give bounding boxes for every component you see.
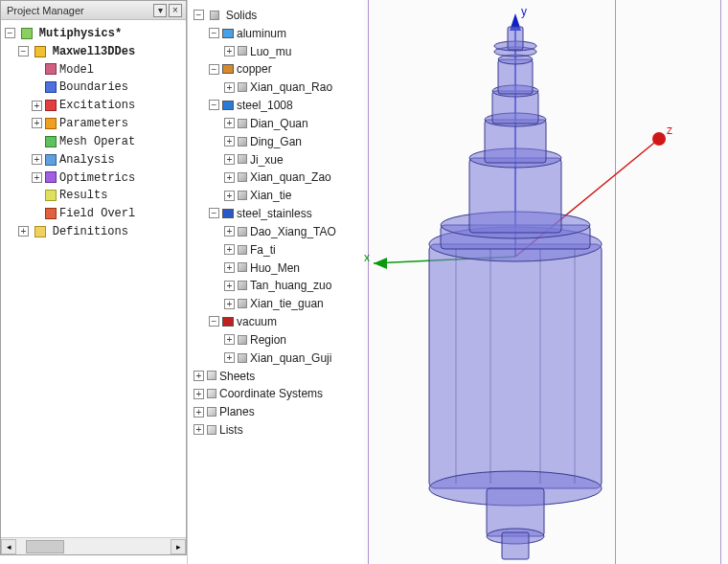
tree-toggle[interactable]: + (193, 389, 204, 399)
viewport-svg: z x y (364, 0, 728, 564)
tree-toggle[interactable]: + (32, 118, 42, 128)
project-icon (21, 28, 33, 39)
material-label[interactable]: vacuum (237, 315, 277, 328)
parameters-icon (45, 118, 57, 129)
boundaries-icon (45, 81, 57, 93)
panel-pin-button[interactable]: ▾ (153, 4, 167, 17)
part-label[interactable]: Xian_quan_Zao (250, 170, 331, 184)
scroll-left-button[interactable]: ◂ (1, 539, 16, 554)
part-icon (238, 191, 247, 200)
project-tree[interactable]: − Mutiphysics* − Maxwell3DDes Model Boun… (1, 20, 186, 537)
tree-item[interactable]: Analysis (59, 153, 115, 167)
tree-item[interactable]: Model (59, 62, 94, 76)
analysis-icon (45, 154, 57, 166)
tree-item[interactable]: Boundaries (59, 80, 128, 94)
part-label[interactable]: Xian_quan_Guji (250, 351, 331, 365)
tree-toggle[interactable]: − (209, 316, 219, 327)
part-icon (238, 281, 247, 290)
category-label[interactable]: Coordinate Systems (219, 387, 323, 400)
tree-toggle[interactable]: + (224, 118, 235, 128)
tree-toggle[interactable]: + (224, 262, 235, 273)
tree-item[interactable]: Mesh Operat (59, 135, 135, 148)
part-label[interactable]: Ji_xue (250, 152, 284, 166)
model-tree-panel: − Solids −aluminum+Luo_mu−copper+Xian_qu… (187, 0, 364, 564)
tree-toggle[interactable]: + (224, 191, 235, 201)
results-icon (45, 190, 57, 201)
material-label[interactable]: aluminum (237, 27, 286, 40)
tree-toggle[interactable]: + (224, 226, 235, 237)
part-icon (238, 227, 247, 237)
tree-item[interactable]: Parameters (59, 117, 128, 130)
part-label[interactable]: Tan_huang_zuo (250, 279, 331, 292)
part-label[interactable]: Xian_tie_guan (250, 297, 324, 310)
category-icon (207, 389, 216, 398)
tree-toggle[interactable]: + (32, 101, 42, 111)
part-label[interactable]: Dian_Quan (250, 117, 308, 130)
part-label[interactable]: Huo_Men (250, 260, 300, 274)
scroll-track[interactable] (16, 539, 171, 554)
design-label[interactable]: Maxwell3DDes (53, 45, 135, 58)
tree-toggle[interactable]: − (193, 10, 204, 20)
tree-toggle[interactable]: + (224, 352, 235, 363)
panel-scrollbar[interactable]: ◂ ▸ (1, 537, 186, 554)
tree-toggle[interactable]: − (5, 28, 15, 38)
part-label[interactable]: Region (250, 333, 286, 347)
part-label[interactable]: Dao_Xiang_TAO (250, 225, 336, 238)
tree-toggle[interactable]: + (224, 154, 235, 165)
material-icon (222, 64, 234, 74)
tree-item[interactable]: Optimetrics (59, 170, 135, 184)
part-icon (238, 46, 247, 56)
tree-toggle[interactable]: + (224, 82, 235, 93)
tree-toggle[interactable]: − (209, 28, 219, 38)
project-root-label[interactable]: Mutiphysics* (39, 27, 122, 40)
panel-titlebar[interactable]: Project Manager ▾ × (1, 1, 186, 20)
definitions-label[interactable]: Definitions (53, 225, 128, 238)
tree-toggle[interactable]: + (18, 226, 29, 237)
svg-point-1 (652, 132, 666, 146)
part-label[interactable]: Fa_ti (250, 243, 276, 257)
tree-toggle[interactable]: + (224, 334, 235, 345)
viewport-3d[interactable]: z x y (364, 0, 728, 564)
tree-toggle[interactable]: + (193, 424, 204, 435)
tree-toggle[interactable]: + (193, 371, 204, 381)
category-label[interactable]: Lists (219, 423, 243, 437)
tree-toggle[interactable]: + (224, 172, 235, 183)
tree-toggle[interactable]: + (32, 154, 42, 165)
field-overlay-icon (45, 208, 57, 219)
tree-toggle[interactable]: + (224, 281, 235, 291)
material-label[interactable]: steel_stainless (237, 207, 312, 220)
tree-toggle[interactable]: + (32, 172, 42, 183)
solids-label[interactable]: Solids (226, 9, 258, 22)
material-label[interactable]: steel_1008 (237, 99, 293, 112)
category-icon (207, 407, 216, 417)
tree-toggle[interactable]: + (224, 244, 235, 255)
tree-toggle[interactable]: − (18, 46, 29, 56)
material-icon (222, 101, 234, 110)
tree-toggle[interactable]: + (224, 136, 235, 147)
scroll-right-button[interactable]: ▸ (171, 539, 186, 554)
tree-toggle[interactable]: − (209, 208, 219, 218)
mesh-icon (45, 136, 57, 147)
part-label[interactable]: Luo_mu (250, 44, 291, 57)
tree-item[interactable]: Field Overl (59, 207, 135, 220)
part-label[interactable]: Xian_quan_Rao (250, 80, 332, 94)
tree-toggle[interactable]: − (209, 100, 219, 110)
tree-item[interactable]: Excitations (59, 99, 135, 112)
category-label[interactable]: Planes (219, 405, 255, 418)
material-label[interactable]: copper (237, 62, 272, 76)
solids-icon (210, 11, 219, 20)
category-label[interactable]: Sheets (219, 369, 255, 382)
model-tree[interactable]: − Solids −aluminum+Luo_mu−copper+Xian_qu… (188, 0, 364, 439)
category-icon (207, 425, 216, 435)
tree-toggle[interactable]: + (224, 299, 235, 309)
tree-toggle[interactable]: + (193, 407, 204, 417)
tree-toggle[interactable]: + (224, 46, 235, 56)
panel-close-button[interactable]: × (169, 4, 182, 17)
part-label[interactable]: Ding_Gan (250, 135, 302, 148)
tree-item[interactable]: Results (59, 189, 107, 202)
part-icon (238, 172, 247, 182)
scroll-thumb[interactable] (26, 540, 64, 553)
optimetrics-icon (45, 171, 57, 183)
tree-toggle[interactable]: − (209, 64, 219, 75)
part-label[interactable]: Xian_tie (250, 189, 291, 202)
